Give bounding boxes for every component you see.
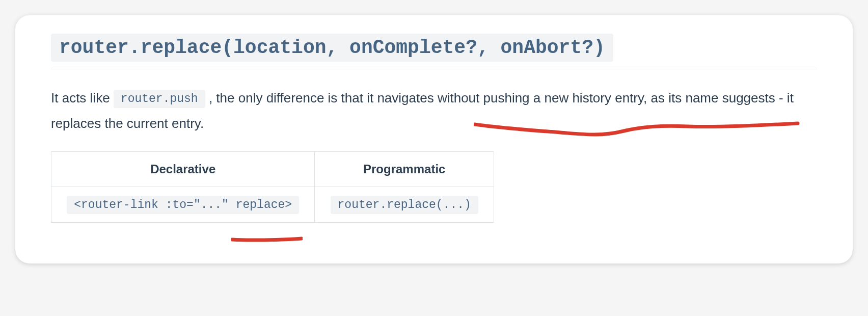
api-heading: router.replace(location, onComplete?, on… xyxy=(51,34,613,62)
table-cell-declarative: <router-link :to="..." replace> xyxy=(51,187,315,223)
api-heading-wrapper: router.replace(location, onComplete?, on… xyxy=(51,34,817,62)
inline-code-router-push: router.push xyxy=(114,90,205,108)
table-row: <router-link :to="..." replace> router.r… xyxy=(51,187,494,223)
annotation-underline-2 xyxy=(231,235,303,244)
comparison-table: Declarative Programmatic <router-link :t… xyxy=(51,151,494,223)
inline-code-programmatic: router.replace(...) xyxy=(331,196,478,214)
inline-code-declarative: <router-link :to="..." replace> xyxy=(67,196,299,214)
heading-divider xyxy=(51,69,817,69)
text-before-code: It acts like xyxy=(51,90,114,106)
table-cell-programmatic: router.replace(...) xyxy=(315,187,494,223)
table-header-programmatic: Programmatic xyxy=(315,152,494,187)
table-header-declarative: Declarative xyxy=(51,152,315,187)
doc-card: router.replace(location, onComplete?, on… xyxy=(15,15,853,264)
description-paragraph: It acts like router.push , the only diff… xyxy=(51,86,817,136)
